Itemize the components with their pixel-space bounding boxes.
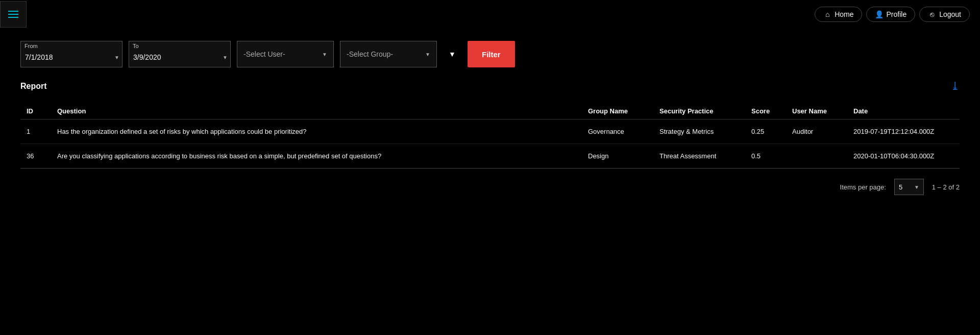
- items-per-page-label: Items per page:: [840, 183, 886, 191]
- table-row: 1 Has the organization defined a set of …: [20, 119, 960, 144]
- col-header-user-name: User Name: [786, 103, 847, 119]
- report-header: Report ⤓: [20, 80, 960, 93]
- to-label: To: [133, 43, 139, 49]
- report-title: Report: [20, 82, 47, 91]
- user-select-wrap: -Select User- ▼: [237, 41, 334, 67]
- items-per-page-select-wrap: 5 10 25 ▼: [894, 179, 924, 195]
- from-date-input-wrap: From ▼: [20, 41, 122, 67]
- cell-date: 2019-07-19T12:12:04.000Z: [847, 119, 960, 144]
- cell-user-name: [786, 144, 847, 169]
- to-date-input-wrap: To ▼: [129, 41, 231, 67]
- page-info: 1 – 2 of 2: [932, 183, 960, 191]
- logout-icon: ⎋: [928, 10, 936, 18]
- cell-question: Are you classifying applications accordi…: [51, 144, 582, 169]
- profile-label: Profile: [886, 10, 906, 18]
- logout-label: Logout: [939, 10, 961, 18]
- cell-security-practice: Threat Assessment: [653, 144, 745, 169]
- items-per-page-select[interactable]: 5 10 25: [899, 183, 911, 191]
- from-date-dropdown-arrow[interactable]: ▼: [114, 55, 119, 60]
- pagination-bar: Items per page: 5 10 25 ▼ 1 – 2 of 2: [0, 169, 980, 205]
- group-select-wrap: -Select Group- ▼: [340, 41, 437, 67]
- cell-security-practice: Strategy & Metrics: [653, 119, 745, 144]
- cell-score: 0.5: [745, 144, 786, 169]
- from-date-input[interactable]: [25, 53, 114, 61]
- nav-right: ⌂ Home 👤 Profile ⎋ Logout: [815, 7, 980, 22]
- col-header-id: ID: [20, 103, 51, 119]
- profile-button[interactable]: 👤 Profile: [866, 7, 915, 22]
- cell-date: 2020-01-10T06:04:30.000Z: [847, 144, 960, 169]
- home-icon: ⌂: [823, 10, 831, 18]
- table-row: 36 Are you classifying applications acco…: [20, 144, 960, 169]
- cell-group-name: Design: [582, 144, 653, 169]
- col-header-question: Question: [51, 103, 582, 119]
- col-header-group-name: Group Name: [582, 103, 653, 119]
- home-label: Home: [835, 10, 853, 18]
- hamburger-button[interactable]: [0, 1, 27, 28]
- filter-button[interactable]: Filter: [468, 41, 515, 67]
- filter-bar: From ▼ To ▼ -Select User- ▼ -Select Grou…: [0, 29, 980, 80]
- to-date-dropdown-arrow[interactable]: ▼: [223, 55, 228, 60]
- group-select-arrow: ▼: [425, 52, 430, 57]
- home-button[interactable]: ⌂ Home: [815, 7, 862, 22]
- download-icon[interactable]: ⤓: [950, 80, 960, 93]
- report-section: Report ⤓ ID Question Group Name Security…: [0, 80, 980, 169]
- from-date-field: From ▼: [20, 41, 122, 67]
- user-select[interactable]: -Select User-: [243, 50, 322, 58]
- report-table: ID Question Group Name Security Practice…: [20, 103, 960, 169]
- from-label: From: [24, 43, 38, 49]
- group-select[interactable]: -Select Group-: [347, 50, 425, 58]
- top-nav: ⌂ Home 👤 Profile ⎋ Logout: [0, 0, 980, 29]
- cell-question: Has the organization defined a set of ri…: [51, 119, 582, 144]
- col-header-score: Score: [745, 103, 786, 119]
- to-date-input[interactable]: [133, 53, 223, 61]
- cell-score: 0.25: [745, 119, 786, 144]
- col-header-date: Date: [847, 103, 960, 119]
- extra-dropdown-button[interactable]: ▼: [443, 45, 461, 63]
- col-header-security-practice: Security Practice: [653, 103, 745, 119]
- user-select-arrow: ▼: [322, 52, 327, 57]
- table-header-row: ID Question Group Name Security Practice…: [20, 103, 960, 119]
- cell-user-name: Auditor: [786, 119, 847, 144]
- hamburger-icon: [8, 11, 18, 18]
- cell-id: 1: [20, 119, 51, 144]
- profile-icon: 👤: [875, 10, 883, 18]
- items-per-page-arrow: ▼: [914, 184, 919, 190]
- cell-id: 36: [20, 144, 51, 169]
- to-date-field: To ▼: [129, 41, 231, 67]
- cell-group-name: Governance: [582, 119, 653, 144]
- logout-button[interactable]: ⎋ Logout: [919, 7, 970, 22]
